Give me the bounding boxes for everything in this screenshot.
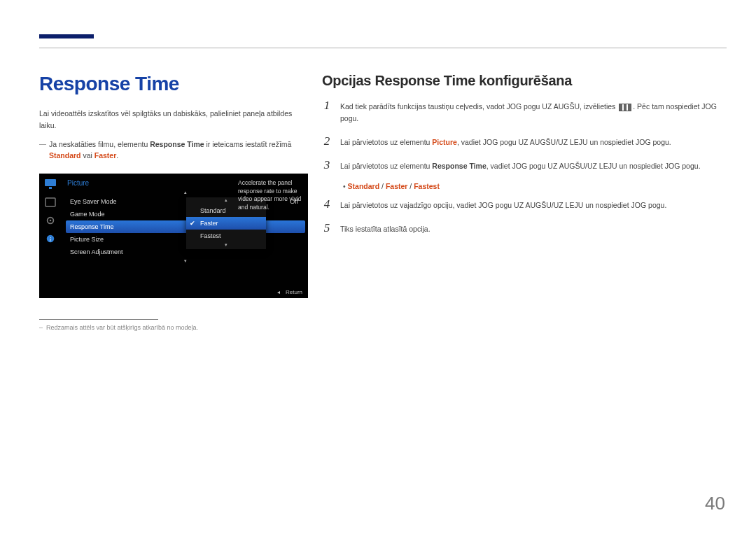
step-2: 2 Lai pārvietotos uz elementu Picture, v… xyxy=(322,134,727,148)
osd-description: Accelerate the panel response rate to ma… xyxy=(238,179,302,211)
note-mid: ir ieteicams iestatīt režīmā xyxy=(204,140,292,148)
note-text: Ja neskatāties filmu, elementu Response … xyxy=(39,139,308,162)
step-bold-responsetime: Response Time xyxy=(432,162,486,170)
svg-rect-0 xyxy=(45,179,56,186)
osd-row-responsetime[interactable]: Response Time xyxy=(66,220,305,233)
note-pre: Ja neskatāties filmu, elementu xyxy=(49,140,150,148)
note-bold-standard: Standard xyxy=(49,151,81,160)
header-accent xyxy=(39,34,94,38)
step-text: , vadiet JOG pogu UZ AUGŠU/UZ LEJU un no… xyxy=(486,162,701,170)
step-body: Tiks iestatīta atlasītā opcija. xyxy=(340,223,430,235)
info-icon: i xyxy=(45,234,56,244)
step-body: Lai pārvietotos uz elementu Picture, vad… xyxy=(340,136,671,148)
step-number: 2 xyxy=(322,134,332,148)
subsection-heading: Opcijas Response Time konfigurēšana xyxy=(322,73,727,89)
osd-row-picturesize[interactable]: Picture Size xyxy=(66,233,305,246)
footnote-rule xyxy=(39,319,158,320)
step-body: Kad tiek parādīts funkcijas taustiņu ceļ… xyxy=(340,101,727,125)
section-heading: Response Time xyxy=(39,73,308,95)
step-number: 3 xyxy=(322,158,332,172)
footnote-text: Redzamais attēls var būt atšķirīgs atkar… xyxy=(39,324,308,331)
osd-return-label[interactable]: Return xyxy=(277,289,302,295)
svg-point-4 xyxy=(50,220,52,222)
step-5: 5 Tiks iestatīta atlasītā opcija. xyxy=(322,221,727,235)
step-bold-picture: Picture xyxy=(432,138,457,146)
step-4: 4 Lai pārvietotos uz vajadzīgo opciju, v… xyxy=(322,197,727,211)
osd-option-fastest[interactable]: Fastest xyxy=(186,230,266,242)
left-column: Response Time Lai videoattēls izskatītos… xyxy=(39,73,308,331)
osd-row-label: Screen Adjustment xyxy=(70,248,123,255)
intro-text: Lai videoattēls izskatītos vēl spilgtāks… xyxy=(39,108,308,132)
osd-screenshot: i Picture ▴ Eye Saver Mode Off Game Mode… xyxy=(39,174,308,298)
osd-row-label: Picture Size xyxy=(70,236,104,243)
step-number: 1 xyxy=(322,99,332,113)
osd-row-screenadj[interactable]: Screen Adjustment xyxy=(66,246,305,258)
opt-standard: Standard xyxy=(348,182,380,190)
osd-row-label: Game Mode xyxy=(70,211,105,218)
step-body: Lai pārvietotos uz vajadzīgo opciju, vad… xyxy=(340,199,666,211)
scroll-down-icon: ▾ xyxy=(186,242,266,249)
opt-sep: / xyxy=(379,182,386,190)
osd-row-label: Eye Saver Mode xyxy=(70,198,117,205)
monitor-icon xyxy=(45,179,56,189)
osd-row-label: Response Time xyxy=(70,223,114,230)
note-bold-response: Response Time xyxy=(150,140,204,148)
osd-rail: i xyxy=(39,174,62,298)
osd-option-faster[interactable]: Faster xyxy=(186,217,266,230)
step-number: 4 xyxy=(322,197,332,211)
options-bullet: Standard / Faster / Fastest xyxy=(343,182,727,190)
opt-fastest: Fastest xyxy=(414,182,440,190)
step-text: , vadiet JOG pogu UZ AUGŠU/UZ LEJU un no… xyxy=(457,138,671,146)
scroll-down-icon: ▾ xyxy=(66,258,305,264)
gear-icon xyxy=(45,216,56,225)
frame-icon xyxy=(45,197,56,207)
step-body: Lai pārvietotos uz elementu Response Tim… xyxy=(340,160,701,172)
step-1: 1 Kad tiek parādīts funkcijas taustiņu c… xyxy=(322,99,727,125)
svg-rect-2 xyxy=(46,198,55,206)
header-divider xyxy=(39,48,727,48)
svg-rect-1 xyxy=(49,187,52,189)
step-text: Kad tiek parādīts funkcijas taustiņu ceļ… xyxy=(340,102,617,111)
step-number: 5 xyxy=(322,221,332,235)
note-or: vai xyxy=(81,151,94,160)
note-end: . xyxy=(116,151,118,160)
page-number: 40 xyxy=(705,493,725,514)
right-column: Opcijas Response Time konfigurēšana 1 Ka… xyxy=(322,73,727,331)
content-area: Response Time Lai videoattēls izskatītos… xyxy=(39,73,727,331)
note-bold-faster: Faster xyxy=(94,151,117,160)
opt-faster: Faster xyxy=(386,182,408,190)
step-text: Lai pārvietotos uz elementu xyxy=(340,138,432,146)
opt-sep: / xyxy=(407,182,414,190)
menu-icon xyxy=(619,104,631,111)
step-text: Lai pārvietotos uz elementu xyxy=(340,162,432,170)
step-3: 3 Lai pārvietotos uz elementu Response T… xyxy=(322,158,727,172)
